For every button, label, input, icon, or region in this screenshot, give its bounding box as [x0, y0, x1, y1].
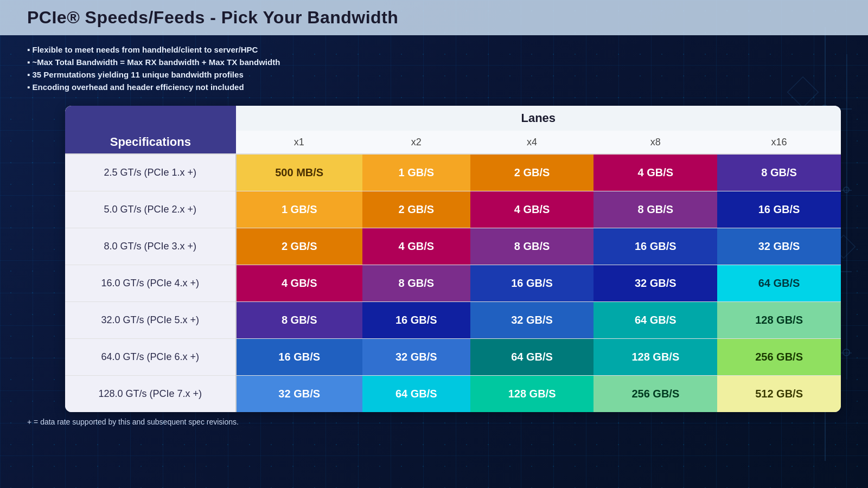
lanes-header-label: Lanes	[236, 106, 841, 131]
table-row: 32.0 GT/s (PCIe 5.x +)8 GB/S16 GB/S32 GB…	[65, 301, 841, 338]
bandwidth-cell: 256 GB/S	[593, 375, 717, 412]
bandwidth-cell: 2 GB/S	[362, 191, 470, 228]
spec-label-cell: 2.5 GT/s (PCIe 1.x +)	[65, 154, 236, 191]
table-row: 128.0 GT/s (PCIe 7.x +)32 GB/S64 GB/S128…	[65, 375, 841, 412]
bandwidth-cell: 2 GB/S	[236, 228, 362, 265]
bullet-item: Flexible to meet needs from handheld/cli…	[27, 45, 841, 54]
bandwidth-table-container: Lanes Specificationsx1x2x4x8x16 2.5 GT/s…	[65, 106, 841, 412]
table-row: 2.5 GT/s (PCIe 1.x +)500 MB/S1 GB/S2 GB/…	[65, 154, 841, 191]
bandwidth-cell: 8 GB/S	[593, 191, 717, 228]
bandwidth-cell: 64 GB/S	[717, 265, 841, 301]
bullet-item: 35 Permutations yielding 11 unique bandw…	[27, 70, 841, 79]
lane-column-header: x2	[362, 131, 470, 154]
bullet-item: Encoding overhead and header efficiency …	[27, 82, 841, 92]
column-headers-row: Specificationsx1x2x4x8x16	[65, 131, 841, 154]
lanes-header-row: Lanes	[65, 106, 841, 131]
spec-column-header: Specifications	[65, 131, 236, 154]
bandwidth-cell: 4 GB/S	[470, 191, 594, 228]
bandwidth-cell: 16 GB/S	[236, 338, 362, 375]
bandwidth-cell: 4 GB/S	[362, 228, 470, 265]
bandwidth-cell: 64 GB/S	[593, 301, 717, 338]
lane-column-header: x8	[593, 131, 717, 154]
title-bar: PCIe® Speeds/Feeds - Pick Your Bandwidth	[0, 0, 868, 35]
spec-label-cell: 5.0 GT/s (PCIe 2.x +)	[65, 191, 236, 228]
bandwidth-cell: 16 GB/S	[593, 228, 717, 265]
table-row: 8.0 GT/s (PCIe 3.x +)2 GB/S4 GB/S8 GB/S1…	[65, 228, 841, 265]
bandwidth-cell: 32 GB/S	[717, 228, 841, 265]
bandwidth-cell: 128 GB/S	[593, 338, 717, 375]
bullets-section: Flexible to meet needs from handheld/cli…	[0, 35, 868, 101]
bandwidth-table: Lanes Specificationsx1x2x4x8x16 2.5 GT/s…	[65, 106, 841, 412]
bandwidth-cell: 32 GB/S	[470, 301, 594, 338]
bandwidth-cell: 512 GB/S	[717, 375, 841, 412]
spec-label-cell: 64.0 GT/s (PCIe 6.x +)	[65, 338, 236, 375]
table-row: 5.0 GT/s (PCIe 2.x +)1 GB/S2 GB/S4 GB/S8…	[65, 191, 841, 228]
bandwidth-cell: 16 GB/S	[717, 191, 841, 228]
bandwidth-cell: 1 GB/S	[236, 191, 362, 228]
page-title: PCIe® Speeds/Feeds - Pick Your Bandwidth	[27, 8, 398, 28]
footnote: + = data rate supported by this and subs…	[0, 412, 868, 432]
spec-label-cell: 16.0 GT/s (PCIe 4.x +)	[65, 265, 236, 301]
spec-label-cell: 8.0 GT/s (PCIe 3.x +)	[65, 228, 236, 265]
bandwidth-cell: 16 GB/S	[470, 265, 594, 301]
spec-label-cell: 32.0 GT/s (PCIe 5.x +)	[65, 301, 236, 338]
bandwidth-cell: 32 GB/S	[362, 338, 470, 375]
spec-label-cell: 128.0 GT/s (PCIe 7.x +)	[65, 375, 236, 412]
bandwidth-cell: 2 GB/S	[470, 154, 594, 191]
bandwidth-cell: 32 GB/S	[593, 265, 717, 301]
bandwidth-cell: 64 GB/S	[362, 375, 470, 412]
bandwidth-cell: 4 GB/S	[593, 154, 717, 191]
lane-column-header: x16	[717, 131, 841, 154]
bandwidth-cell: 128 GB/S	[717, 301, 841, 338]
bullet-item: ~Max Total Bandwidth = Max RX bandwidth …	[27, 57, 841, 67]
lanes-header-spacer	[65, 106, 236, 131]
bandwidth-cell: 8 GB/S	[236, 301, 362, 338]
bandwidth-cell: 256 GB/S	[717, 338, 841, 375]
bandwidth-cell: 1 GB/S	[362, 154, 470, 191]
bandwidth-cell: 500 MB/S	[236, 154, 362, 191]
table-row: 16.0 GT/s (PCIe 4.x +)4 GB/S8 GB/S16 GB/…	[65, 265, 841, 301]
lane-column-header: x1	[236, 131, 362, 154]
bandwidth-cell: 16 GB/S	[362, 301, 470, 338]
lane-column-header: x4	[470, 131, 594, 154]
bandwidth-cell: 128 GB/S	[470, 375, 594, 412]
bandwidth-cell: 32 GB/S	[236, 375, 362, 412]
table-row: 64.0 GT/s (PCIe 6.x +)16 GB/S32 GB/S64 G…	[65, 338, 841, 375]
bandwidth-cell: 4 GB/S	[236, 265, 362, 301]
bandwidth-cell: 64 GB/S	[470, 338, 594, 375]
bandwidth-cell: 8 GB/S	[362, 265, 470, 301]
bandwidth-cell: 8 GB/S	[470, 228, 594, 265]
bandwidth-cell: 8 GB/S	[717, 154, 841, 191]
